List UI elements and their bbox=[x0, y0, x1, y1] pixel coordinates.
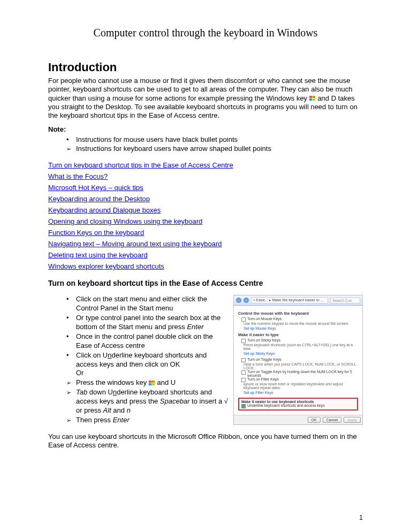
link-dialogue[interactable]: Keyboarding around Dialogue boxes bbox=[48, 206, 161, 214]
ss-g1-link: Set up Mouse Keys bbox=[243, 326, 358, 330]
link-explorer-shortcuts[interactable]: Windows explorer keyboard shortcuts bbox=[48, 262, 164, 270]
forward-icon bbox=[243, 298, 249, 303]
page-number: 1 bbox=[359, 514, 363, 521]
step-3: Once in the control panel double click o… bbox=[66, 332, 228, 351]
ss-cancel-button: Cancel bbox=[323, 417, 342, 423]
step-5: Press the windows key and U bbox=[66, 378, 228, 387]
link-ease-of-access[interactable]: Turn on keyboard shortcut tips in the Ea… bbox=[48, 161, 233, 169]
step-7: Then press Enter bbox=[66, 416, 228, 425]
intro-text-a: For people who cannot use a mouse or fin… bbox=[48, 77, 353, 102]
ss-g1-check: Turn on Mouse Keys bbox=[241, 317, 358, 322]
ss-body: Control the mouse with the keyboard Turn… bbox=[234, 306, 362, 415]
ss-breadcrumb: « Ease... ▸ Make the keyboard easier to … bbox=[251, 297, 328, 303]
back-icon bbox=[236, 298, 241, 303]
intro-heading: Introduction bbox=[48, 60, 363, 74]
ss-search: Search Con bbox=[330, 298, 360, 303]
section-ease-heading: Turn on keyboard shortcut tips in the Ea… bbox=[48, 279, 363, 287]
note-keyboard: Instructions for keyboard users have arr… bbox=[66, 145, 363, 154]
ss-hl-title: Make it easier to use keyboard shortcuts bbox=[241, 400, 355, 404]
ss-g2-c2: Turn on Toggle Keys bbox=[241, 358, 358, 362]
ss-g2-s1: Press keyboard shortcuts (such as CTRL+A… bbox=[243, 343, 358, 351]
link-deleting-text[interactable]: Deleting text using the keyboard bbox=[48, 251, 148, 259]
step-1: Click on the start menu and either click… bbox=[66, 295, 228, 313]
note-label: Note: bbox=[48, 125, 363, 134]
ss-g1-title: Control the mouse with the keyboard bbox=[238, 311, 358, 316]
step-2: Or type control panel into the search bo… bbox=[66, 314, 228, 332]
link-desktop[interactable]: Keyboarding around the Desktop bbox=[48, 195, 150, 203]
ss-hl-check: Underline keyboard shortcuts and access … bbox=[241, 404, 355, 408]
ss-ok-button: OK bbox=[308, 417, 321, 423]
document-page: Computer control through the keyboard in… bbox=[0, 0, 411, 532]
note-mouse: Instructions for mouse users have black … bbox=[66, 135, 363, 145]
ss-g2-c1: Turn on Sticky Keys bbox=[241, 338, 358, 343]
windows-key-icon bbox=[149, 381, 155, 386]
ss-g2-c3: Turn on Filter Keys bbox=[241, 377, 358, 382]
link-focus[interactable]: What is the Focus? bbox=[48, 172, 108, 180]
steps-list: Click on the start menu and either click… bbox=[48, 295, 228, 424]
ss-g2-s2a: Hear a tone when you press CAPS LOCK, NU… bbox=[243, 362, 358, 370]
link-open-close[interactable]: Opening and closing Windows using the ke… bbox=[48, 217, 202, 225]
ss-footer: OK Cancel Apply bbox=[234, 415, 362, 424]
ss-g2-l1: Set up Sticky Keys bbox=[243, 352, 358, 355]
link-hot-keys[interactable]: Microsoft Hot Keys – quick tips bbox=[48, 184, 143, 192]
ss-apply-button: Apply bbox=[344, 417, 361, 423]
ss-titlebar: « Ease... ▸ Make the keyboard easier to … bbox=[234, 295, 362, 306]
link-navigating-text[interactable]: Navigating text – Moving around text usi… bbox=[48, 240, 222, 248]
ss-highlight: Make it easier to use keyboard shortcuts… bbox=[238, 398, 358, 411]
ss-g2-s3: Ignore or slow down brief or repeated ke… bbox=[243, 382, 358, 390]
step-4: Click on Underline keyboard shortcuts an… bbox=[66, 351, 228, 378]
ss-g2-title: Make it easier to type bbox=[238, 332, 358, 337]
toc-links: Turn on keyboard shortcut tips in the Ea… bbox=[48, 161, 363, 270]
note-list: Instructions for mouse users have black … bbox=[48, 135, 363, 154]
closing-paragraph: You can use keyboard shortcuts in the Mi… bbox=[48, 432, 363, 450]
ss-g2-s2b-check: Turn on Toggle Keys by holding down the … bbox=[241, 370, 358, 377]
intro-paragraph: For people who cannot use a mouse or fin… bbox=[48, 77, 363, 120]
windows-key-icon bbox=[309, 96, 316, 101]
ss-g2-l3: Set up Filter Keys bbox=[243, 391, 358, 394]
document-title: Computer control through the keyboard in… bbox=[48, 27, 363, 39]
ss-g1-sub: Use the numeric keypad to move the mouse… bbox=[243, 322, 358, 325]
ease-of-access-screenshot: « Ease... ▸ Make the keyboard easier to … bbox=[233, 295, 363, 425]
link-function-keys[interactable]: Function Keys on the keyboard bbox=[48, 229, 144, 237]
step-6: Tab down Underline keyboard shortcuts an… bbox=[66, 388, 228, 415]
